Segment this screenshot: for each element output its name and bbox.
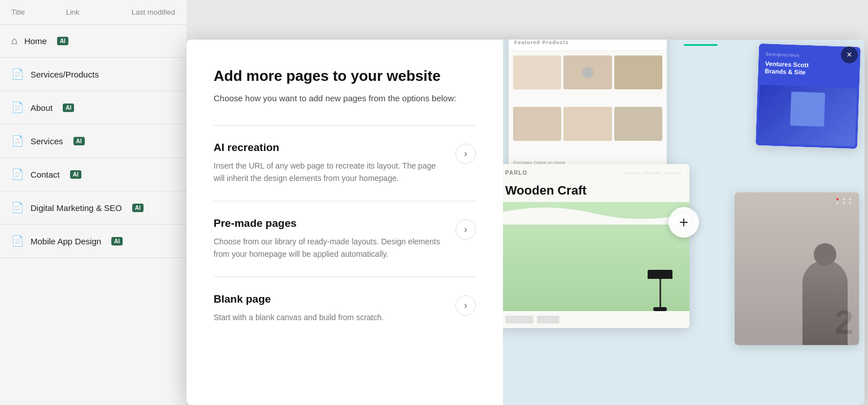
plus-button[interactable]: + — [669, 207, 699, 238]
option-premade-pages-title: Pre-made pages — [214, 217, 442, 230]
page-title-services-products: Services/Products — [31, 70, 99, 79]
page-item-about[interactable]: 📄 About AI — [0, 91, 186, 124]
option-ai-recreation[interactable]: AI recreation Insert the URL of any web … — [214, 125, 476, 201]
page-icon-about: 📄 — [11, 101, 24, 114]
page-title-digital-marketing: Digital Marketing & SEO — [31, 203, 122, 213]
option-ai-recreation-content: AI recreation Insert the URL of any web … — [214, 141, 455, 185]
page-icon-services: 📄 — [11, 135, 24, 147]
modal-left-panel: Add more pages to your website Choose ho… — [186, 40, 503, 405]
ai-badge-services: AI — [73, 137, 85, 145]
title-col-header: Title — [11, 8, 66, 16]
page-title-contact: Contact — [31, 170, 60, 179]
home-icon: ⌂ — [11, 35, 18, 47]
modal-title: Add more pages to your website — [214, 67, 476, 85]
option-blank-page-content: Blank page Start with a blank canvas and… — [214, 293, 455, 324]
ai-badge-contact: AI — [70, 170, 81, 179]
page-title-mobile-app: Mobile App Design — [31, 236, 101, 246]
page-item-contact[interactable]: 📄 Contact AI — [0, 158, 186, 191]
table-header: Title Link Last modified — [0, 0, 186, 25]
page-item-services-products[interactable]: 📄 Services/Products — [0, 58, 186, 91]
page-icon-digital-marketing: 📄 — [11, 201, 24, 214]
page-item-digital-marketing[interactable]: 📄 Digital Marketing & SEO AI — [0, 191, 186, 225]
option-ai-recreation-arrow[interactable]: › — [455, 144, 476, 164]
link-col-header: Link — [66, 8, 121, 16]
thumb-wooden-craft: PARLO Wooden Craft — [503, 164, 689, 328]
option-premade-pages-content: Pre-made pages Choose from our library o… — [214, 217, 455, 261]
modal-subtitle: Choose how you want to add new pages fro… — [214, 92, 476, 105]
option-ai-recreation-desc: Insert the URL of any web page to recrea… — [214, 160, 442, 185]
collage: Featured Products — [503, 40, 865, 405]
ai-badge-home: AI — [57, 37, 68, 45]
option-premade-pages[interactable]: Pre-made pages Choose from our library o… — [214, 201, 476, 277]
option-blank-page[interactable]: Blank page Start with a blank canvas and… — [214, 277, 476, 339]
modified-col-header: Last modified — [120, 8, 175, 16]
page-icon-mobile-app: 📄 — [11, 235, 24, 247]
page-title-home: Home — [24, 36, 47, 46]
add-pages-modal: Add more pages to your website Choose ho… — [186, 40, 865, 405]
option-blank-page-arrow[interactable]: › — [455, 295, 476, 316]
option-blank-page-title: Blank page — [214, 293, 442, 305]
modal-right-panel: Featured Products — [503, 40, 865, 405]
thumb-shop: Featured Products — [509, 40, 667, 170]
page-title-services: Services — [31, 136, 63, 146]
option-premade-pages-desc: Choose from our library of ready-made la… — [214, 235, 442, 261]
close-button[interactable]: × — [841, 46, 858, 63]
thumb-number: 2 — [735, 192, 859, 345]
ai-badge-mobile-app: AI — [111, 237, 123, 245]
page-icon-services-products: 📄 — [11, 68, 24, 80]
accent-line — [684, 44, 718, 46]
page-item-services[interactable]: 📄 Services AI — [0, 124, 186, 158]
option-premade-pages-arrow[interactable]: › — [455, 219, 476, 240]
page-icon-contact: 📄 — [11, 168, 24, 180]
page-title-about: About — [31, 103, 53, 113]
page-item-mobile-app[interactable]: 📄 Mobile App Design AI — [0, 225, 186, 258]
page-list: Title Link Last modified ⌂ Home AI 📄 Ser… — [0, 0, 186, 405]
ai-badge-digital-marketing: AI — [132, 204, 144, 212]
ai-badge-about: AI — [63, 104, 74, 112]
page-item-home[interactable]: ⌂ Home AI — [0, 25, 186, 58]
option-ai-recreation-title: AI recreation — [214, 141, 442, 154]
option-blank-page-desc: Start with a blank canvas and build from… — [214, 311, 442, 324]
